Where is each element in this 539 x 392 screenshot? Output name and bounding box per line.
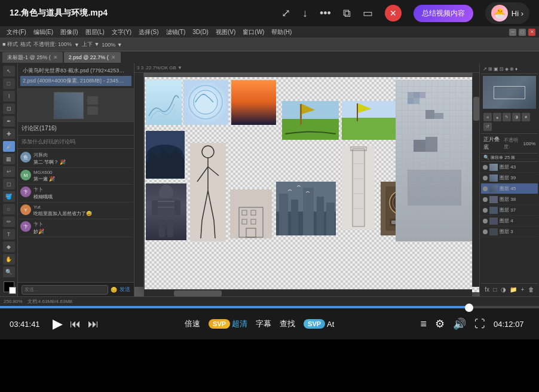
ps-bg-color[interactable] [9,287,16,294]
ps-nav-btn1[interactable] [87,96,98,105]
ps-image-menu[interactable]: 图像(I) [57,28,81,36]
ps-layer-delete-btn[interactable]: 🗑 [528,286,534,293]
ps-maximize-btn[interactable]: □ [519,29,526,36]
ps-layer-43[interactable]: 图层 43 [481,162,538,173]
ps-eraser-tool[interactable]: ◻ [3,179,15,189]
ps-right-icon1[interactable]: ↗ [483,66,487,72]
user-avatar-button[interactable]: 🐣 Hi › [485,2,529,24]
share-icon[interactable]: ⤢ [281,7,290,20]
ps-right-icon2[interactable]: ⊞ [488,66,492,72]
ps-right-icon3[interactable]: ▣ [494,66,498,72]
prev-button[interactable]: ⏮ [70,318,81,329]
ps-history-brush[interactable]: ↩ [3,166,15,177]
ps-window-menu[interactable]: 窗口(W) [240,28,267,36]
ps-layer-45-eye[interactable] [483,186,488,191]
ps-layer-adj-btn[interactable]: ◑ [501,286,506,293]
ps-move-tool[interactable]: ↖ [3,66,15,76]
ps-history-icon[interactable]: ↺ [483,122,492,131]
ps-filter-menu[interactable]: 滤镜(T) [163,28,189,36]
clarity-button[interactable]: 超清 [232,318,247,329]
ps-view-menu[interactable]: 视图(V) [213,28,238,36]
progress-bar[interactable] [0,306,539,308]
close-button[interactable]: ✕ [385,5,402,22]
ps-marquee-tool[interactable]: □ [3,78,15,89]
ps-right-icon5[interactable]: ◈ [505,66,509,72]
ps-hscrollbar[interactable] [144,289,472,296]
ps-tab-1-close[interactable]: ✕ [53,54,58,60]
ps-file-item-1[interactable]: 小黄鸟时光世界83·截水.psd (7792×4253像素, 21… [20,66,131,76]
next-button[interactable]: ⏭ [88,318,99,329]
download-icon[interactable]: ↓ [302,7,308,20]
ps-comment-field[interactable] [22,285,108,295]
ps-3d-menu[interactable]: 3D(D) [189,29,212,35]
ps-shape-tool[interactable]: ◆ [3,241,15,252]
ps-crop-tool[interactable]: ⊡ [3,103,15,114]
ps-paths-icon[interactable]: ✎ [503,113,511,121]
ps-fg-color[interactable] [4,281,14,292]
ps-eyedropper-tool[interactable]: ✒ [3,116,15,127]
ps-layer-38-eye[interactable] [483,197,488,202]
progress-thumb[interactable] [465,304,473,312]
ps-layer-new-btn[interactable]: + [521,286,525,293]
ps-edit-menu[interactable]: 编辑(E) [30,28,56,36]
at-button[interactable]: At [327,320,334,329]
ps-hscroll-thumb[interactable] [174,290,222,296]
ps-tab-2-close[interactable]: ✕ [111,54,116,60]
ps-channels-icon[interactable]: ● [493,113,501,121]
ps-layer-mask-btn[interactable]: □ [493,286,497,293]
ps-search-icon[interactable]: 🔍 [483,155,489,160]
ps-layer-45[interactable]: 图层 45 [481,183,538,194]
ps-brush-tool[interactable]: 🖌 [3,141,15,152]
volume-button[interactable]: 🔊 [453,317,466,330]
ps-layer-menu[interactable]: 图层(L) [82,28,108,36]
ps-vscroll-thumb[interactable] [473,97,479,121]
ps-layer-3[interactable]: 图层 3 [481,226,538,237]
more-icon[interactable]: ••• [320,7,331,20]
settings-button[interactable]: ⚙ [435,317,445,330]
window-icon[interactable]: ▭ [363,7,373,20]
ps-layer-4-eye[interactable] [483,219,488,223]
ps-help-menu[interactable]: 帮助(H) [268,28,295,36]
ps-layer-4[interactable]: 图层 4 [481,216,538,226]
ps-tab-1[interactable]: 未标题-1 @ 25% ( ✕ [2,52,63,63]
speed-button[interactable]: 倍速 [185,318,200,329]
search-button[interactable]: 查找 [280,318,295,329]
ps-close-btn[interactable]: ✕ [528,29,535,36]
emoji-icon[interactable]: 😊 [111,287,117,293]
ps-adjustments-icon[interactable]: ◑ [512,113,520,121]
ps-pen-tool[interactable]: ✏ [3,216,15,227]
ps-fill-tool[interactable]: 🪣 [3,191,15,202]
ps-file-menu[interactable]: 文件(F) [4,28,29,36]
ps-stamp-tool[interactable]: ▦ [3,154,15,164]
ps-file-item-2[interactable]: 2.psd (4008×4000像素, 2108MB) - 2345截图… [20,76,131,86]
ps-layer-38[interactable]: 图层 38 [481,194,538,205]
ps-layer-3-eye[interactable] [483,229,488,234]
ps-nav-btn2[interactable] [87,106,98,115]
ps-layer-43-eye[interactable] [483,165,488,170]
ps-text-menu[interactable]: 文字(Y) [109,28,134,36]
subtitle-button[interactable]: 字幕 [256,318,271,329]
ps-minimize-btn[interactable]: ─ [509,29,516,36]
ps-hand-tool[interactable]: ✋ [3,254,15,265]
ps-zoom-tool[interactable]: 🔍 [3,267,15,277]
play-button[interactable]: ▶ [53,317,63,330]
ps-heal-tool[interactable]: ✚ [3,128,15,139]
ps-send-button[interactable]: 发送 [120,286,130,293]
ps-layer-37-eye[interactable] [483,208,488,213]
ps-layer-folder-btn[interactable]: 📁 [510,286,517,293]
ps-right-icon6[interactable]: ⊕ [510,66,514,72]
pip-icon[interactable]: ⧉ [343,7,351,20]
ps-select-menu[interactable]: 选择(S) [136,28,161,36]
ps-layer-37[interactable]: 图层 37 [481,205,538,216]
ps-text-tool[interactable]: T [3,229,15,240]
ps-layer-styles-btn[interactable]: fx [485,286,489,293]
ps-dodge-tool[interactable]: ○ [3,204,15,215]
ps-layer-39-eye[interactable] [483,176,488,180]
ps-right-icon4[interactable]: ⊡ [500,66,504,72]
ps-lasso-tool[interactable]: ⌇ [3,91,15,102]
ps-styles-icon[interactable]: ★ [522,113,530,121]
playlist-button[interactable]: ≡ [420,318,427,330]
ps-layer-39[interactable]: 图层 39 [481,173,538,183]
ps-layers-icon[interactable]: ≡ [483,113,492,121]
ps-vscrollbar[interactable] [472,73,479,287]
